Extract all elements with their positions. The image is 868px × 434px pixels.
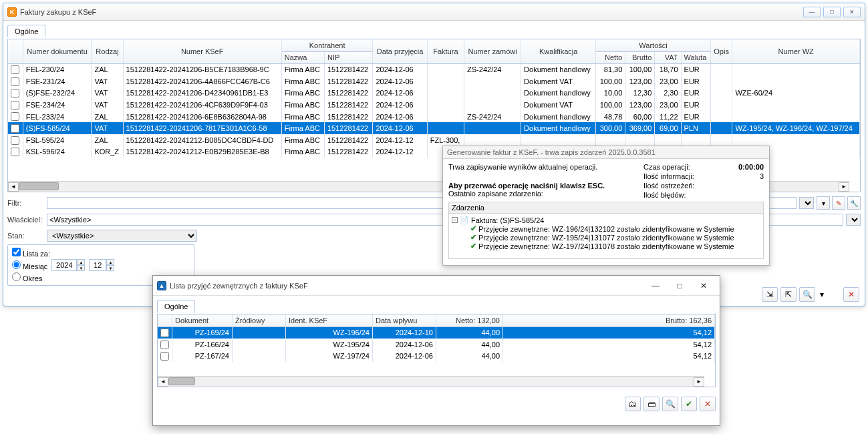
period-radio[interactable] xyxy=(12,272,21,281)
col-waluta[interactable]: Waluta xyxy=(681,51,710,63)
tree-child: ✔Przyjęcie zewnętrzne: WZ-197/24|131078 … xyxy=(470,242,760,250)
table-row[interactable]: (S)FSE-232/24VAT1512281422-20241206-D423… xyxy=(8,87,860,99)
row-checkbox[interactable] xyxy=(11,77,19,86)
sub-cancel-button[interactable]: ✕ xyxy=(700,397,716,411)
events-header: Zdarzenia xyxy=(448,202,764,214)
col-opis[interactable]: Opis xyxy=(710,39,732,63)
tree-child: ✔Przyjęcie zewnętrzne: WZ-196/24|132102 … xyxy=(470,224,760,233)
search-button[interactable]: 🔍 xyxy=(799,287,815,302)
filter-edit-icon[interactable]: ✎ xyxy=(832,196,845,210)
export-button[interactable]: ⇱ xyxy=(780,287,797,302)
month-radio[interactable] xyxy=(12,260,21,269)
sub-tab-general[interactable]: Ogólne xyxy=(157,300,195,312)
scroll-left-icon[interactable]: ◄ xyxy=(8,182,19,192)
table-row[interactable]: FEL-233/24ZAL1512281422-20241206-6E8B636… xyxy=(8,111,860,123)
invoice-icon: 📄 xyxy=(460,216,469,224)
row-checkbox[interactable] xyxy=(11,124,19,133)
sub-scroll-left-icon[interactable]: ◄ xyxy=(158,377,168,387)
col-zamow[interactable]: Numer zamówi xyxy=(464,39,521,63)
table-row[interactable]: (S)FS-585/24VAT1512281422-20241206-7817E… xyxy=(8,122,860,134)
col-rodzaj[interactable]: Rodzaj xyxy=(92,39,123,63)
sub-col-dokument[interactable]: Dokument xyxy=(172,314,233,327)
row-checkbox[interactable] xyxy=(11,89,19,97)
row-checkbox[interactable] xyxy=(11,112,19,121)
col-nip[interactable]: NIP xyxy=(324,51,372,63)
table-row[interactable]: PZ-167/24WZ-197/242024-12-06 44,0054,12 xyxy=(158,351,715,363)
col-group-wartosci[interactable]: Wartości xyxy=(596,39,710,51)
year-spinner[interactable]: ▲▼ xyxy=(51,259,85,271)
owner-dropdown[interactable] xyxy=(846,214,861,226)
titlebar[interactable]: K Faktury zakupu z KSeF — □ ✕ xyxy=(3,3,865,21)
dropdown-arrow-icon[interactable]: ▾ xyxy=(818,287,826,302)
sub-col-zrodlowy[interactable]: Źródłowy xyxy=(233,314,286,327)
cancel-button[interactable]: ✕ xyxy=(843,287,859,302)
col-vat[interactable]: VAT xyxy=(655,51,681,63)
maximize-button[interactable]: □ xyxy=(823,7,841,17)
col-data[interactable]: Data przyjęcia xyxy=(373,39,427,63)
row-checkbox[interactable] xyxy=(11,101,19,110)
tree-root: Faktura: (S)FS-585/24 xyxy=(471,216,544,224)
month-radio-label[interactable]: Miesiąc xyxy=(12,260,47,270)
sub-scroll-right-icon[interactable]: ► xyxy=(694,377,704,387)
col-numer-dok[interactable]: Numer dokumentu xyxy=(23,39,92,63)
row-checkbox[interactable] xyxy=(160,341,169,349)
window-title: Faktury zakupu z KSeF xyxy=(20,8,803,16)
status-label: Stan: xyxy=(7,232,44,240)
status-select[interactable]: <Wszystkie> xyxy=(47,230,197,242)
app-icon: K xyxy=(7,7,17,17)
row-checkbox[interactable] xyxy=(160,329,169,337)
sub-confirm-button[interactable]: ✔ xyxy=(681,397,697,411)
check-icon: ✔ xyxy=(470,233,476,242)
col-nazwa[interactable]: Nazwa xyxy=(281,51,324,63)
sub-col-brutto[interactable]: Brutto: 162,36 xyxy=(503,314,715,327)
table-row[interactable]: PZ-166/24WZ-195/242024-12-06 44,0054,12 xyxy=(158,339,715,351)
filter-dropdown[interactable] xyxy=(799,197,814,209)
sub-window-title: Lista przyjęć zewnętrznych z faktury KSe… xyxy=(170,282,643,290)
sub-app-icon: ▲ xyxy=(157,281,166,290)
tab-general[interactable]: Ogólne xyxy=(7,25,45,37)
row-checkbox[interactable] xyxy=(11,136,19,145)
events-tree[interactable]: − 📄 Faktura: (S)FS-585/24 ✔Przyjęcie zew… xyxy=(448,214,764,259)
col-group-kontrahent[interactable]: Kontrahent xyxy=(281,39,373,51)
col-netto[interactable]: Netto xyxy=(596,51,625,63)
sub-horizontal-scrollbar[interactable]: ◄ ► xyxy=(158,376,704,387)
scroll-right-icon[interactable]: ► xyxy=(839,182,849,192)
period-radio-label[interactable]: Okres xyxy=(12,272,42,282)
col-brutto[interactable]: Brutto xyxy=(625,51,655,63)
col-faktura[interactable]: Faktura xyxy=(427,39,464,63)
close-button[interactable]: ✕ xyxy=(843,7,861,17)
lista-za-checkbox[interactable] xyxy=(12,248,21,256)
sub-minimize-button[interactable]: — xyxy=(643,278,668,293)
table-row[interactable]: FEL-230/24ZAL1512281422-20241206-B5CE718… xyxy=(8,63,860,75)
progress-title: Generowanie faktur z KSeF. - trwa zapis … xyxy=(443,146,769,159)
table-row[interactable]: PZ-169/24WZ-196/242024-12-10 44,0054,12 xyxy=(158,327,715,339)
check-icon: ✔ xyxy=(470,224,476,233)
col-kwalifikacja[interactable]: Kwalifikacja xyxy=(521,39,596,63)
filter-funnel-icon[interactable]: ▾ xyxy=(817,196,830,210)
sub-action1-button[interactable]: 🗂 xyxy=(625,397,641,411)
sub-col-netto[interactable]: Netto: 132,00 xyxy=(436,314,503,327)
progress-dialog: Generowanie faktur z KSeF. - trwa zapis … xyxy=(442,146,770,266)
col-numer-ksef[interactable]: Numer KSeF xyxy=(123,39,281,63)
table-row[interactable]: FSL-595/24ZAL1512281422-20241212-B085DC4… xyxy=(8,134,860,146)
row-checkbox[interactable] xyxy=(160,352,169,361)
info-value: 3 xyxy=(760,172,764,180)
row-checkbox[interactable] xyxy=(11,148,19,156)
sub-maximize-button[interactable]: □ xyxy=(668,278,692,293)
sub-grid[interactable]: Dokument Źródłowy Ident. KSeF Data wpływ… xyxy=(157,314,716,387)
col-wz[interactable]: Numer WZ xyxy=(732,39,860,63)
row-checkbox[interactable] xyxy=(11,65,19,74)
sub-action2-button[interactable]: 🗃 xyxy=(643,397,660,411)
table-row[interactable]: FSE-231/24VAT1512281422-20241206-4A866FC… xyxy=(8,75,860,87)
check-icon: ✔ xyxy=(470,242,476,250)
sub-col-data[interactable]: Data wpływu xyxy=(373,314,436,327)
sub-search-button[interactable]: 🔍 xyxy=(662,397,678,411)
table-row[interactable]: FSE-234/24VAT1512281422-20241206-4CF639D… xyxy=(8,99,860,111)
minimize-button[interactable]: — xyxy=(803,7,821,17)
import-button[interactable]: ⇲ xyxy=(762,287,778,302)
sub-col-ident[interactable]: Ident. KSeF xyxy=(286,314,373,327)
filter-wrench-icon[interactable]: 🔧 xyxy=(847,196,861,210)
month-spinner[interactable]: ▲▼ xyxy=(89,259,114,271)
sub-close-button[interactable]: ✕ xyxy=(692,278,716,293)
tree-collapse-icon[interactable]: − xyxy=(452,217,458,223)
